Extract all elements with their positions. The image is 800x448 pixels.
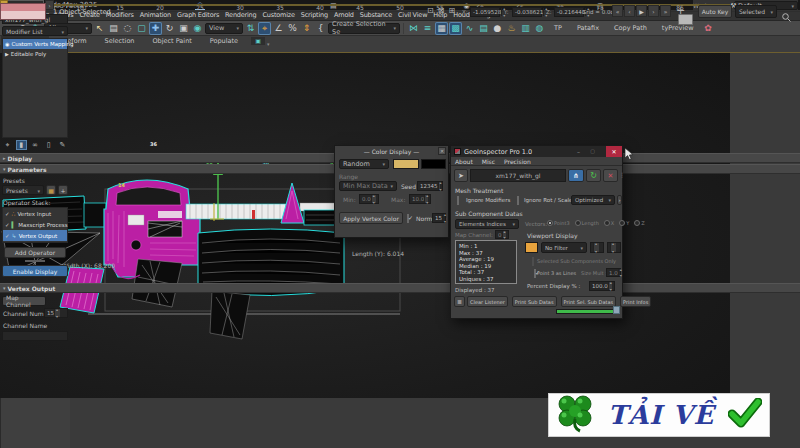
dialog-title[interactable]: — Color Display —: [335, 146, 448, 156]
selected-sub-checkbox[interactable]: [532, 257, 534, 266]
ribbon-config-icon[interactable]: ▣: [251, 37, 265, 45]
operator-enabled-checkbox[interactable]: [5, 233, 10, 239]
render-production-icon[interactable]: ◍: [533, 22, 546, 35]
filter-color-swatch[interactable]: [525, 242, 538, 253]
dialog-action-button[interactable]: Print Sub Datas: [512, 296, 557, 307]
ribbon-tab[interactable]: Object Paint: [144, 36, 201, 45]
dialog-action-button[interactable]: Clear Listener: [467, 296, 508, 307]
ignore-rot-scale-checkbox[interactable]: [517, 196, 519, 205]
color-swatch-secondary[interactable]: [421, 159, 446, 169]
x-coord-field[interactable]: -1.059528: [470, 7, 500, 17]
dialog-menu-item[interactable]: Misc: [482, 158, 495, 165]
schematic-view-icon[interactable]: ▤: [477, 22, 490, 35]
object-name-field[interactable]: xm177_with_gl: [470, 169, 566, 182]
add-operator-button[interactable]: Add Operator: [4, 247, 66, 258]
spinner[interactable]: [610, 243, 616, 252]
pick-node-button[interactable]: ⋔: [568, 169, 584, 182]
dialog-title-bar[interactable]: GeoInspector Pro 1.0 – ▢ ✕: [451, 146, 622, 157]
ribbon-toggle-icon[interactable]: ▩: [449, 22, 462, 35]
vector-option[interactable]: X: [604, 220, 614, 226]
go-to-start-button[interactable]: «: [612, 5, 623, 17]
edit-named-selections-icon[interactable]: {: [314, 22, 327, 35]
spinner[interactable]: [543, 8, 544, 16]
ignore-modifiers-checkbox[interactable]: [457, 196, 459, 205]
key-filter-dropdown[interactable]: Selected: [735, 5, 777, 18]
range-dropdown[interactable]: Min Max Data: [339, 181, 397, 191]
map-channel-field[interactable]: 0: [495, 230, 509, 239]
filter-max-field[interactable]: [607, 242, 621, 253]
configure-modifier-sets-icon[interactable]: ✎: [57, 140, 68, 150]
selection-lock-icon[interactable]: ⊠: [438, 6, 445, 15]
vertex-output-rollout[interactable]: ▾ Vertex Output: [0, 283, 800, 293]
color-mode-dropdown[interactable]: Random: [339, 159, 389, 169]
pin-stack-icon[interactable]: ⌖: [2, 140, 13, 150]
play-button[interactable]: ▶: [636, 5, 647, 17]
apply-vertex-color-button[interactable]: Apply Vertex Color: [339, 212, 403, 224]
spinner[interactable]: [502, 231, 507, 238]
operator-row[interactable]: ↳ Vertex Output: [3, 230, 67, 241]
tyflow-badge-icon[interactable]: ✿: [702, 22, 715, 35]
modifier-row-icon[interactable]: ◉: [5, 41, 9, 47]
toolbar-text-button[interactable]: Patafix: [570, 24, 606, 32]
color-swatch-primary[interactable]: [393, 159, 419, 169]
clear-button[interactable]: ✕: [603, 169, 618, 182]
dialog-menu-item[interactable]: Precision: [504, 158, 531, 165]
close-icon[interactable]: ✕: [438, 147, 446, 155]
reference-coordinate-dropdown[interactable]: View: [205, 23, 243, 34]
radio-icon[interactable]: [604, 220, 610, 226]
operator-row[interactable]: ∴ Vertex Input: [3, 208, 67, 219]
angle-snap-icon[interactable]: ∠: [272, 22, 285, 35]
layer-manager-icon[interactable]: ▦: [435, 22, 448, 35]
rectangular-selection-region-icon[interactable]: ◌: [121, 22, 134, 35]
menu-item[interactable]: Arnold: [331, 11, 357, 19]
select-by-name-icon[interactable]: ▤: [107, 22, 120, 35]
percent-snap-icon[interactable]: %: [286, 22, 299, 35]
max-field[interactable]: 10.0: [409, 194, 431, 204]
spinner[interactable]: [371, 195, 376, 203]
point3-lines-checkbox[interactable]: [534, 269, 536, 278]
remove-modifier-icon[interactable]: ▯: [43, 140, 54, 150]
filter-dropdown[interactable]: No Filter: [541, 242, 587, 253]
map-channel-button[interactable]: Map Channel: [2, 296, 46, 306]
select-and-scale-icon[interactable]: ▣: [177, 22, 190, 35]
show-end-result-icon[interactable]: ▮: [16, 140, 27, 150]
ribbon-tab[interactable]: Populate: [201, 36, 247, 45]
modifier-stack-row[interactable]: ◉ Custom Verts Mapping: [3, 39, 67, 49]
ribbon-tab[interactable]: Selection: [96, 36, 144, 45]
enable-display-button[interactable]: Enable Display: [2, 265, 68, 277]
filter-min-field[interactable]: [590, 242, 604, 253]
select-and-rotate-icon[interactable]: ↻: [163, 22, 176, 35]
z-coord-field[interactable]: -0.216443: [554, 7, 584, 17]
modifier-stack-row[interactable]: ▶ Editable Poly: [3, 49, 67, 59]
menu-item[interactable]: Substance: [357, 11, 395, 19]
dialog-menu-item[interactable]: About: [455, 158, 473, 165]
size-mult-field[interactable]: 1.0: [606, 268, 621, 277]
modifier-row-icon[interactable]: ▶: [5, 51, 9, 57]
rendered-frame-window-icon[interactable]: ▥: [519, 22, 532, 35]
toolbar-text-button[interactable]: Copy Path: [607, 24, 654, 32]
isolate-selection-icon[interactable]: ⊡: [427, 6, 434, 15]
elements-dropdown[interactable]: Elements Indices: [455, 219, 519, 229]
align-icon[interactable]: ≡: [421, 22, 434, 35]
vector-option[interactable]: Z: [634, 220, 644, 226]
percent-display-field[interactable]: 100.0: [589, 281, 615, 291]
render-setup-icon[interactable]: ♨: [505, 22, 518, 35]
spinner[interactable]: [501, 8, 502, 16]
modifier-list-dropdown[interactable]: Modifier List: [2, 26, 68, 36]
menu-item[interactable]: Graph Editors: [174, 11, 222, 19]
chevron-down-icon[interactable]: [265, 31, 270, 50]
spinner[interactable]: [54, 309, 60, 317]
min-field[interactable]: 0.0: [359, 194, 379, 204]
menu-item[interactable]: Animation: [137, 11, 174, 19]
make-unique-icon[interactable]: ∞: [30, 140, 41, 150]
optimize-dropdown[interactable]: Optimized: [571, 195, 615, 205]
spinner[interactable]: [618, 269, 619, 276]
radio-icon[interactable]: [619, 220, 625, 226]
presets-dropdown[interactable]: Presets: [2, 185, 44, 195]
menu-item[interactable]: Civil View: [395, 11, 430, 19]
close-icon[interactable]: ✕: [606, 146, 622, 157]
optimize-options-button[interactable]: ›: [617, 195, 622, 205]
toolbar-text-button[interactable]: TP: [547, 24, 569, 32]
radio-icon[interactable]: [634, 220, 640, 226]
maxscript-mini-listener[interactable]: [0, 3, 46, 20]
